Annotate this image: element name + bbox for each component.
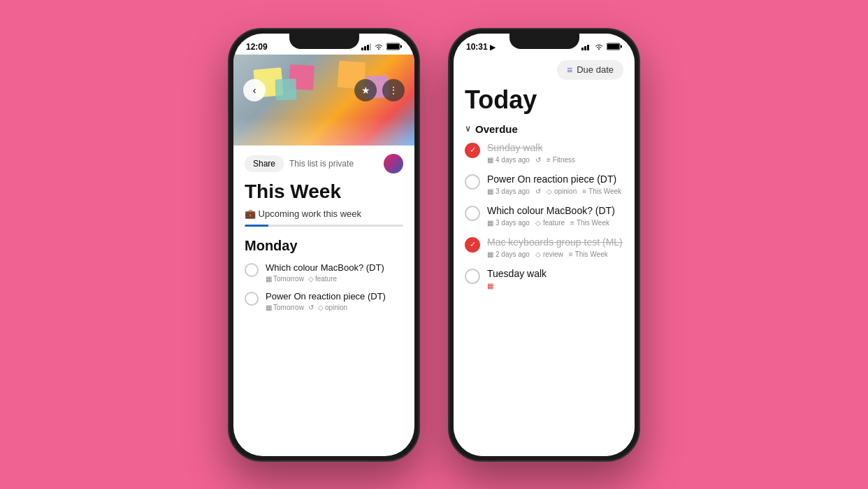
task-title-today-4: Mac keyboards group test (ML) xyxy=(487,236,623,248)
today-task-4: ✓ Mac keyboards group test (ML) ▦ 2 days… xyxy=(465,236,623,258)
cal-icon-4: ▦ xyxy=(487,250,493,258)
task-content-2: Power On reaction piece (DT) ▦ Tomorrow … xyxy=(266,291,403,311)
task-list-chip-2: ≡ This Week xyxy=(582,187,621,195)
status-time-1: 12:09 xyxy=(246,42,268,52)
section-monday: Monday xyxy=(245,238,403,254)
location-icon: ▶ xyxy=(490,43,496,51)
phone-today-view: 10:31 ▶ xyxy=(448,28,640,462)
tag-icon-1: ◇ xyxy=(308,275,314,283)
task-checkbox-1[interactable] xyxy=(245,263,259,277)
today-task-3: Which colour MacBook? (DT) ▦ 3 days ago … xyxy=(465,205,623,227)
star-button[interactable]: ★ xyxy=(354,79,377,101)
task-opinion-2: ◇ opinion xyxy=(318,304,347,311)
tag-icon-3: ◇ xyxy=(535,219,541,227)
today-task-2: Power On reaction piece (DT) ▦ 3 days ag… xyxy=(465,173,623,195)
due-date-label: Due date xyxy=(577,64,614,75)
cal-icon: ▦ xyxy=(487,156,493,164)
list-description: 💼 Upcoming work this week xyxy=(245,208,403,219)
header-nav: ‹ ★ ⋮ xyxy=(233,79,414,101)
tag-icon-4: ◇ xyxy=(535,250,541,258)
task-item: Which colour MacBook? (DT) ▦ Tomorrow ◇ … xyxy=(245,262,403,283)
repeat-icon-2: ↺ xyxy=(308,304,314,311)
task-tag-2: ↺ xyxy=(308,304,314,311)
notch-2 xyxy=(509,34,579,49)
task-meta-today-4: ▦ 2 days ago ◇ review ≡ This Week xyxy=(487,250,623,258)
task-title-today-5: Tuesday walk xyxy=(487,268,623,279)
task-tag-1: ◇ feature xyxy=(308,275,337,283)
task-checkbox-today-5[interactable] xyxy=(465,269,480,284)
task-content-1: Which colour MacBook? (DT) ▦ Tomorrow ◇ … xyxy=(266,262,403,283)
signal-icon xyxy=(361,43,371,50)
svg-rect-8 xyxy=(581,48,584,50)
task-title-today-3: Which colour MacBook? (DT) xyxy=(487,205,623,216)
task-tag-chip-2: ◇ opinion xyxy=(547,187,577,195)
svg-rect-9 xyxy=(584,46,586,50)
notch xyxy=(289,34,359,49)
back-button[interactable]: ‹ xyxy=(243,79,266,101)
svg-rect-7 xyxy=(400,45,402,48)
status-icons-1 xyxy=(361,43,402,50)
task-tag-chip-4: ◇ review xyxy=(535,250,563,258)
cal-icon-2: ▦ xyxy=(487,187,493,195)
task-checkbox-today-2[interactable] xyxy=(465,174,480,190)
task-date-chip-5: ▦ xyxy=(487,282,493,290)
today-header: ≡ Due date xyxy=(454,55,635,80)
more-button[interactable]: ⋮ xyxy=(382,79,405,101)
task-title-1: Which colour MacBook? (DT) xyxy=(266,262,403,273)
list-body: Share This list is private This Week 💼 U… xyxy=(233,146,414,456)
task-list-chip-3: ≡ This Week xyxy=(570,219,609,227)
task-date-chip-2: ▦ 3 days ago xyxy=(487,187,530,195)
share-button[interactable]: Share xyxy=(245,155,284,172)
today-task-5: Tuesday walk ▦ xyxy=(465,268,623,290)
today-title: Today xyxy=(454,80,635,123)
avatar-group xyxy=(384,154,403,173)
today-task-1: ✓ Sunday walk ▦ 4 days ago ↺ xyxy=(465,142,623,164)
task-content-today-4: Mac keyboards group test (ML) ▦ 2 days a… xyxy=(487,236,623,258)
task-meta-1: ▦ Tomorrow ◇ feature xyxy=(266,275,403,283)
task-tag-chip-3: ◇ feature xyxy=(535,219,565,227)
task-checkbox-2[interactable] xyxy=(245,292,259,306)
task-checkbox-today-4[interactable]: ✓ xyxy=(465,237,480,253)
svg-rect-6 xyxy=(387,44,399,49)
filter-icon: ≡ xyxy=(567,64,572,76)
task-date-1: ▦ Tomorrow xyxy=(266,275,304,283)
svg-rect-2 xyxy=(367,45,369,50)
task-date-chip-3: ▦ 3 days ago xyxy=(487,219,530,227)
calendar-icon-2: ▦ xyxy=(266,304,272,311)
task-checkbox-today-3[interactable] xyxy=(465,206,480,221)
svg-point-4 xyxy=(378,48,379,50)
task-meta-today-5: ▦ xyxy=(487,282,623,290)
task-content-today-1: Sunday walk ▦ 4 days ago ↺ ≡ xyxy=(487,142,623,164)
overdue-label: Overdue xyxy=(475,123,518,135)
task-content-today-2: Power On reaction piece (DT) ▦ 3 days ag… xyxy=(487,173,623,195)
task-repeat-chip-2: ↺ xyxy=(535,187,541,195)
signal-icon-2 xyxy=(581,43,591,50)
chevron-icon: ∨ xyxy=(465,124,471,134)
wifi-icon-2 xyxy=(594,43,604,50)
task-title-today-1: Sunday walk xyxy=(487,142,623,153)
list-header-image: ‹ ★ ⋮ xyxy=(233,55,414,146)
progress-bar-fill xyxy=(245,225,268,227)
tag-icon-2: ◇ xyxy=(547,187,552,195)
task-content-today-3: Which colour MacBook? (DT) ▦ 3 days ago … xyxy=(487,205,623,227)
phone-list-view: 12:09 xyxy=(228,28,420,462)
svg-rect-1 xyxy=(364,46,366,50)
tag-icon-2: ◇ xyxy=(318,304,324,311)
task-list-chip-4: ≡ This Week xyxy=(569,250,608,258)
list-title: This Week xyxy=(245,180,403,203)
svg-rect-3 xyxy=(370,43,371,50)
status-time-2: 10:31 ▶ xyxy=(466,42,496,52)
due-date-button[interactable]: ≡ Due date xyxy=(557,60,623,80)
task-date-chip-4: ▦ 2 days ago xyxy=(487,250,530,258)
task-meta-today-2: ▦ 3 days ago ↺ ◇ opinion xyxy=(487,187,623,195)
list-icon-2: ≡ xyxy=(582,187,586,195)
list-meta: Share This list is private xyxy=(245,154,403,173)
task-checkbox-today-1[interactable]: ✓ xyxy=(465,143,480,158)
status-icons-2 xyxy=(581,43,622,50)
svg-point-11 xyxy=(598,48,600,50)
battery-icon-2 xyxy=(607,43,622,50)
overdue-header: ∨ Overdue xyxy=(465,123,623,135)
task-tag-chip-1: ≡ Fitness xyxy=(547,156,575,164)
cal-icon-5: ▦ xyxy=(487,282,493,290)
svg-rect-0 xyxy=(361,48,363,50)
